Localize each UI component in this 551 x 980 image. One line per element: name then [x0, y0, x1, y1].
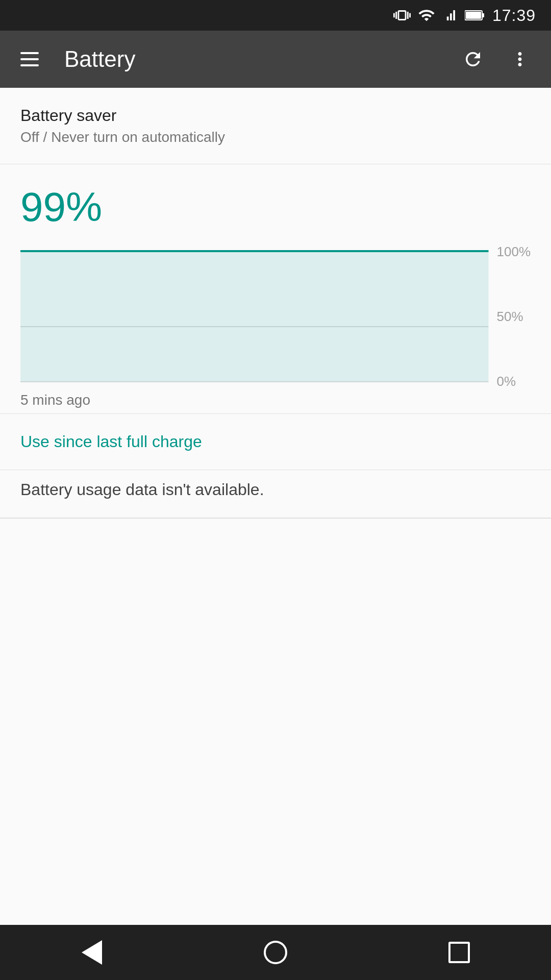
nav-recents-button[interactable]	[434, 927, 485, 978]
chart-y-labels: 100% 50% 0%	[489, 245, 531, 388]
status-time: 17:39	[492, 6, 536, 25]
chart-container: 100% 50% 0%	[20, 245, 531, 388]
status-bar: 17:39	[0, 0, 551, 31]
more-options-button[interactable]	[504, 43, 536, 75]
more-options-icon	[509, 48, 531, 70]
chart-time-label: 5 mins ago	[20, 388, 531, 408]
signal-icon	[442, 7, 458, 24]
svg-marker-6	[20, 251, 489, 382]
menu-button[interactable]	[15, 47, 44, 71]
svg-rect-2	[466, 12, 481, 19]
usage-data-text: Battery usage data isn't available.	[20, 480, 531, 499]
app-bar-title: Battery	[64, 46, 442, 72]
battery-saver-title: Battery saver	[20, 106, 531, 125]
battery-percentage: 99%	[20, 185, 531, 230]
status-icons: 17:39	[393, 6, 536, 25]
refresh-icon	[462, 48, 484, 70]
home-icon	[264, 941, 287, 964]
back-icon	[82, 940, 102, 965]
usage-data-section: Battery usage data isn't available.	[0, 470, 551, 518]
nav-bar	[0, 925, 551, 980]
nav-back-button[interactable]	[66, 927, 117, 978]
chart-label-50: 50%	[497, 310, 531, 323]
use-since-link[interactable]: Use since last full charge	[0, 414, 551, 470]
app-bar: Battery	[0, 31, 551, 88]
divider-3	[0, 518, 551, 519]
nav-home-button[interactable]	[250, 927, 301, 978]
main-content: Battery saver Off / Never turn on automa…	[0, 88, 551, 925]
svg-rect-1	[482, 13, 484, 17]
battery-status-icon	[465, 8, 485, 22]
battery-saver-subtitle: Off / Never turn on automatically	[20, 129, 531, 145]
battery-chart-svg	[20, 245, 489, 388]
refresh-button[interactable]	[457, 43, 489, 75]
vibrate-icon	[393, 7, 411, 24]
chart-section: 100% 50% 0% 5 mins ago	[0, 240, 551, 413]
battery-saver-section[interactable]: Battery saver Off / Never turn on automa…	[0, 88, 551, 164]
wifi-icon	[418, 7, 435, 24]
battery-chart	[20, 245, 489, 388]
chart-label-0: 0%	[497, 375, 531, 388]
chart-label-100: 100%	[497, 245, 531, 258]
battery-percentage-section: 99%	[0, 164, 551, 240]
recents-icon	[448, 942, 470, 963]
